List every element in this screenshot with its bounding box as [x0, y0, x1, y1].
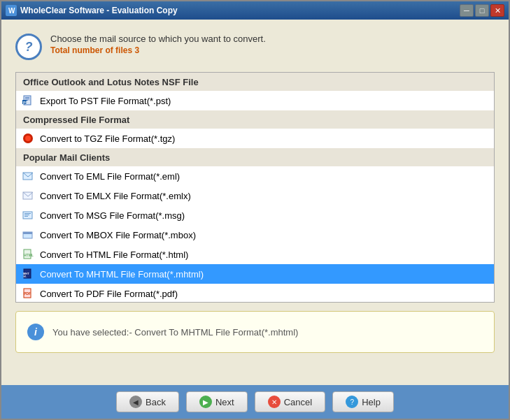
- window-title: WholeClear Software - Evaluation Copy: [20, 6, 178, 15]
- back-button[interactable]: ◀ Back: [116, 391, 179, 412]
- emlx-label: Convert To EMLX File Format(*.emlx): [40, 191, 191, 201]
- title-bar-controls: ─ □ ✕: [460, 4, 504, 17]
- svg-point-9: [25, 136, 31, 141]
- list-item-msg[interactable]: Convert To MSG File Format(*.msg): [16, 205, 494, 225]
- msg-icon: [22, 209, 34, 222]
- app-icon: W: [6, 5, 17, 16]
- list-item-tgz[interactable]: Convert to TGZ File Format(*.tgz): [16, 129, 494, 148]
- html-label: Convert To HTML File Format(*.html): [40, 249, 188, 260]
- svg-text:PST: PST: [23, 101, 30, 105]
- header-main-text: Choose the mail source to which you want…: [50, 34, 266, 44]
- footer-bar: ◀ Back ▶ Next ✕ Cancel ? Help: [1, 385, 509, 419]
- category-label: Compressed File Format: [23, 115, 129, 125]
- back-label: Back: [146, 397, 166, 407]
- content-area: ? Choose the mail source to which you wa…: [1, 20, 509, 385]
- category-label: Popular Mail Clients: [23, 152, 110, 163]
- list-item-html[interactable]: HTML Convert To HTML File Format(*.html): [16, 245, 494, 264]
- svg-rect-14: [24, 215, 29, 215]
- svg-text:W: W: [8, 7, 15, 15]
- pst-label: Export To PST File Format(*.pst): [40, 96, 171, 106]
- title-bar-left: W WholeClear Software - Evaluation Copy: [6, 5, 178, 16]
- header-icon: ?: [15, 34, 42, 60]
- info-icon: i: [27, 324, 44, 340]
- back-icon: ◀: [129, 396, 142, 408]
- msg-label: Convert To MSG File Format(*.msg): [40, 210, 185, 221]
- question-icon: ?: [25, 40, 33, 55]
- category-label: Office Outlook and Lotus Notes NSF File: [23, 77, 199, 87]
- svg-rect-15: [24, 216, 28, 217]
- mbox-label: Convert To MBOX File Format(*.mbox): [40, 230, 196, 240]
- svg-text:PDF: PDF: [24, 291, 31, 296]
- emlx-icon: [22, 189, 34, 202]
- next-icon: ▶: [199, 396, 212, 408]
- pdf-label: Convert To PDF File Format(*.pdf): [40, 289, 178, 299]
- svg-text:HTML: HTML: [24, 253, 34, 257]
- eml-icon: [22, 170, 34, 182]
- category-compressed: Compressed File Format: [16, 110, 494, 129]
- next-label: Next: [215, 397, 234, 407]
- help-button[interactable]: ? Help: [332, 391, 394, 412]
- cancel-icon: ✕: [268, 396, 281, 408]
- tgz-label: Convert to TGZ File Format(*.tgz): [40, 133, 175, 144]
- svg-rect-17: [23, 232, 32, 234]
- list-item-mbox[interactable]: Convert To MBOX File Format(*.mbox): [16, 225, 494, 245]
- list-item-pst[interactable]: PST Export To PST File Format(*.pst): [16, 91, 494, 110]
- selection-info-box: i You have selected:- Convert To MHTML F…: [15, 311, 495, 353]
- mhtml-label: Convert To MHTML File Format(*.mhtml): [40, 269, 204, 280]
- list-item-mhtml[interactable]: MHT ML Convert To MHTML File Format(*.mh…: [16, 264, 494, 284]
- minimize-button[interactable]: ─: [460, 4, 474, 17]
- mhtml-icon: MHT ML: [22, 268, 34, 280]
- header-text: Choose the mail source to which you want…: [50, 34, 266, 55]
- pdf-icon: PDF: [22, 287, 34, 300]
- pst-icon: PST: [22, 94, 34, 107]
- cancel-label: Cancel: [284, 397, 312, 407]
- list-item-eml[interactable]: Convert To EML File Format(*.eml): [16, 166, 494, 186]
- list-item-pdf[interactable]: PDF Convert To PDF File Format(*.pdf): [16, 284, 494, 303]
- list-item-emlx[interactable]: Convert To EMLX File Format(*.emlx): [16, 186, 494, 205]
- help-icon: ?: [346, 396, 358, 408]
- eml-label: Convert To EML File Format(*.eml): [40, 171, 180, 182]
- help-label: Help: [362, 397, 381, 407]
- close-button[interactable]: ✕: [490, 4, 504, 17]
- svg-rect-4: [25, 99, 29, 99]
- svg-text:ML: ML: [23, 275, 27, 278]
- main-window: W WholeClear Software - Evaluation Copy …: [0, 0, 510, 420]
- category-popular-mail: Popular Mail Clients: [16, 148, 494, 166]
- title-bar: W WholeClear Software - Evaluation Copy …: [1, 1, 509, 20]
- next-button[interactable]: ▶ Next: [186, 391, 248, 412]
- category-office-outlook: Office Outlook and Lotus Notes NSF File: [16, 73, 494, 91]
- header-sub-text: Total number of files 3: [50, 45, 266, 55]
- svg-rect-3: [25, 97, 29, 98]
- cancel-button[interactable]: ✕ Cancel: [255, 391, 325, 412]
- mbox-icon: [22, 229, 34, 241]
- maximize-button[interactable]: □: [475, 4, 489, 17]
- html-icon: HTML: [22, 248, 34, 261]
- selection-info-text: You have selected:- Convert To MHTML Fil…: [52, 327, 298, 338]
- svg-rect-13: [24, 213, 31, 214]
- header-section: ? Choose the mail source to which you wa…: [15, 30, 495, 64]
- format-list[interactable]: Office Outlook and Lotus Notes NSF File …: [15, 72, 495, 303]
- tgz-icon: [22, 132, 34, 145]
